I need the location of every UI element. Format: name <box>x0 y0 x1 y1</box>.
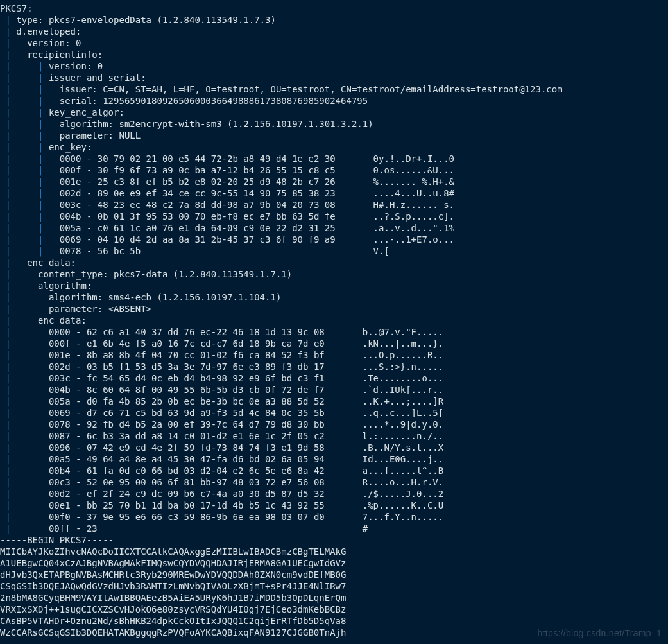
terminal-output: PKCS7: | type: pkcs7-envelopedData (1.2.… <box>0 0 668 642</box>
